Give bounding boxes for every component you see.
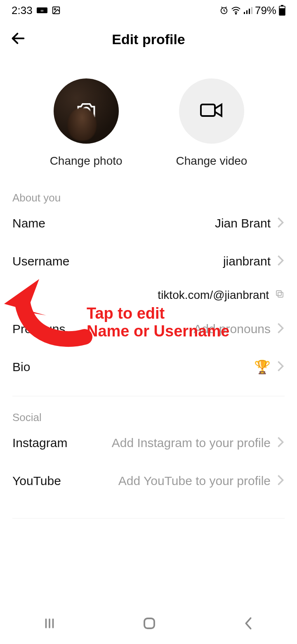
row-bio-value: 🏆 xyxy=(254,359,271,375)
svg-rect-16 xyxy=(278,292,283,297)
row-youtube[interactable]: YouTube Add YouTube to your profile xyxy=(0,462,297,500)
change-photo-label: Change photo xyxy=(50,154,123,168)
chevron-right-icon xyxy=(276,322,285,336)
page-title: Edit profile xyxy=(0,31,297,47)
profile-video[interactable] xyxy=(179,78,244,144)
row-youtube-label: YouTube xyxy=(12,474,61,488)
status-time: 2:33 xyxy=(12,4,33,17)
back-button[interactable] xyxy=(10,30,26,48)
svg-rect-9 xyxy=(251,7,252,14)
image-icon xyxy=(52,6,61,15)
battery-text: 79% xyxy=(255,4,276,17)
row-pronouns-value: Add pronouns xyxy=(193,322,271,336)
profile-photo[interactable] xyxy=(54,78,119,144)
svg-rect-21 xyxy=(144,618,154,628)
row-instagram-label: Instagram xyxy=(12,436,67,450)
svg-text:∞: ∞ xyxy=(40,8,43,13)
chevron-right-icon xyxy=(276,217,285,230)
svg-point-14 xyxy=(82,108,90,115)
row-name-label: Name xyxy=(12,216,45,230)
divider xyxy=(12,396,285,396)
row-pronouns[interactable]: Pronouns Add pronouns xyxy=(0,310,297,348)
svg-rect-8 xyxy=(249,9,250,14)
vpn-icon: ∞ xyxy=(37,7,47,14)
chevron-right-icon xyxy=(276,360,285,374)
svg-rect-12 xyxy=(279,8,285,15)
chevron-right-icon xyxy=(276,436,285,450)
row-youtube-value: Add YouTube to your profile xyxy=(118,474,271,488)
change-video-label: Change video xyxy=(176,154,248,168)
section-about-label: About you xyxy=(0,192,297,204)
recents-button[interactable] xyxy=(42,616,57,632)
video-icon xyxy=(200,102,223,121)
row-bio-label: Bio xyxy=(12,360,30,374)
chevron-right-icon xyxy=(276,474,285,488)
battery-icon xyxy=(279,5,285,16)
home-button[interactable] xyxy=(142,616,157,632)
row-bio[interactable]: Bio 🏆 xyxy=(0,348,297,386)
profile-url: tiktok.com/@jianbrant xyxy=(158,289,269,302)
section-social-label: Social xyxy=(0,411,297,424)
svg-point-5 xyxy=(236,13,237,14)
row-instagram-value: Add Instagram to your profile xyxy=(112,436,271,450)
row-username-value: jianbrant xyxy=(223,254,271,268)
status-bar: 2:33 ∞ 79% xyxy=(0,0,297,21)
svg-rect-15 xyxy=(201,104,215,116)
row-instagram[interactable]: Instagram Add Instagram to your profile xyxy=(0,424,297,462)
row-username-label: Username xyxy=(12,254,69,268)
android-nav-bar xyxy=(0,604,297,644)
header: Edit profile xyxy=(0,21,297,58)
row-username[interactable]: Username jianbrant xyxy=(0,242,297,280)
svg-rect-17 xyxy=(276,291,281,296)
wifi-icon xyxy=(231,6,241,14)
svg-rect-6 xyxy=(244,12,245,14)
media-row: Change photo Change video xyxy=(0,78,297,168)
signal-icon xyxy=(243,6,252,14)
change-photo[interactable]: Change photo xyxy=(50,78,123,168)
copy-icon[interactable] xyxy=(275,289,285,302)
row-name[interactable]: Name Jian Brant xyxy=(0,204,297,242)
divider xyxy=(12,518,285,519)
camera-icon xyxy=(75,101,97,121)
svg-rect-7 xyxy=(246,10,248,14)
change-video[interactable]: Change video xyxy=(176,78,248,168)
back-nav-button[interactable] xyxy=(242,616,255,632)
row-name-value: Jian Brant xyxy=(215,216,271,230)
svg-point-3 xyxy=(54,8,56,10)
row-profile-url[interactable]: tiktok.com/@jianbrant xyxy=(0,283,297,308)
row-pronouns-label: Pronouns xyxy=(12,322,65,336)
chevron-right-icon xyxy=(276,255,285,268)
alarm-icon xyxy=(219,6,229,15)
